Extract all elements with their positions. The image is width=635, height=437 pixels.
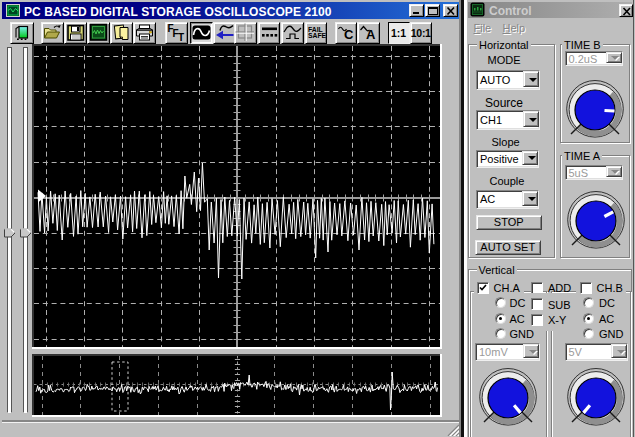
svg-text:C: C <box>344 27 354 42</box>
svg-text:A: A <box>366 27 376 42</box>
